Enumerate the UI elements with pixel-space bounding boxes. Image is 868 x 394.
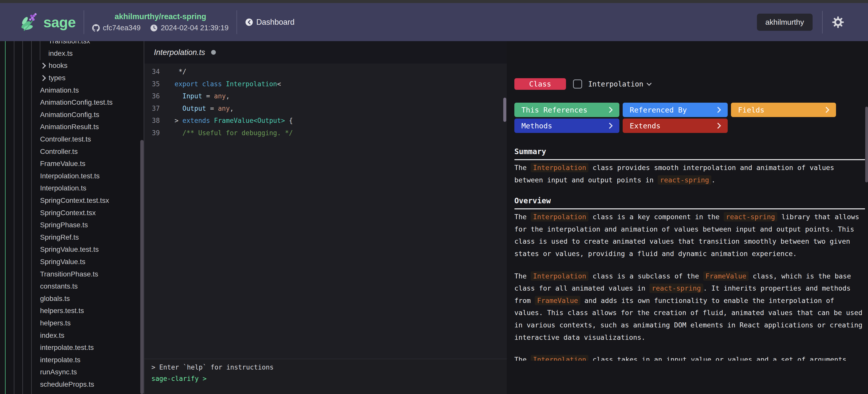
- section-divider: [514, 159, 865, 160]
- tree-item-label: FrameValue.ts: [40, 160, 85, 168]
- symbol-checkbox[interactable]: [573, 80, 582, 88]
- inline-code: Interpolation: [531, 272, 588, 281]
- doc-paragraph: The Interpolation class is a key compone…: [514, 211, 865, 260]
- sage-logo: sage: [20, 11, 75, 33]
- tree-file[interactable]: runAsync.ts: [0, 366, 144, 378]
- tree-file[interactable]: Interpolation.test.ts: [0, 170, 144, 182]
- tree-item-label: Controller.test.ts: [40, 135, 91, 143]
- tree-file[interactable]: TransitionPhase.ts: [0, 268, 144, 280]
- code-line: 34 */: [152, 65, 507, 78]
- tree-file[interactable]: AnimationResult.ts: [0, 121, 144, 133]
- tree-file[interactable]: SpringPhase.ts: [0, 219, 144, 231]
- tree-item-label: Transition.tsx: [49, 41, 90, 45]
- relation-button-label: Fields: [738, 106, 765, 114]
- app-header: sage akhilmurthy/react-spring cfc74ea349…: [0, 3, 868, 41]
- tree-folder[interactable]: types: [0, 72, 144, 84]
- relation-button-this-references[interactable]: This References: [514, 103, 619, 117]
- chevron-right-icon: [823, 107, 829, 113]
- inline-code: Interpolation: [531, 163, 588, 172]
- tree-file[interactable]: scheduleProps.ts: [0, 378, 144, 391]
- repo-name: akhilmurthy/react-spring: [115, 12, 206, 21]
- tree-item-label: hooks: [49, 61, 67, 69]
- repo-meta: cfc74ea349 2024-02-04 21:39:19: [92, 24, 228, 32]
- commit-timestamp: 2024-02-04 21:39:19: [161, 24, 228, 32]
- tree-folder[interactable]: hooks: [0, 59, 144, 72]
- tree-file[interactable]: Animation.ts: [0, 84, 144, 96]
- tree-item-label: interpolate.ts: [40, 356, 80, 364]
- inline-code: react-spring: [649, 283, 703, 293]
- tree-file[interactable]: Controller.ts: [0, 145, 144, 158]
- code-lines[interactable]: 34 */35export class Interpolation<36 Inp…: [144, 63, 507, 139]
- repo-block: akhilmurthy/react-spring cfc74ea349 2024…: [92, 12, 228, 32]
- tree-file[interactable]: Interpolation.ts: [0, 182, 144, 195]
- inline-code: react-spring: [724, 212, 777, 222]
- terminal-hint: > Enter `help` for instructions: [151, 362, 507, 373]
- tree-file[interactable]: SpringValue.test.ts: [0, 244, 144, 256]
- tree-item-label: SpringContext.test.tsx: [40, 197, 109, 204]
- user-button[interactable]: akhilmurthy: [757, 13, 813, 31]
- inline-code: Interpolation: [531, 355, 588, 361]
- relation-button-methods[interactable]: Methods: [514, 118, 619, 133]
- tree-item-label: TransitionPhase.ts: [40, 270, 98, 278]
- app-window: sage akhilmurthy/react-spring cfc74ea349…: [0, 0, 868, 394]
- inspector-scrollbar-thumb[interactable]: [865, 107, 868, 182]
- github-icon: [92, 24, 100, 32]
- chevron-right-icon: [715, 122, 721, 129]
- sidebar-scrollbar-thumb[interactable]: [140, 140, 144, 394]
- tree-item-label: interpolate.test.ts: [40, 343, 94, 351]
- inline-code: FrameValue: [703, 272, 749, 281]
- dashboard-link[interactable]: Dashboard: [245, 18, 294, 27]
- inline-code: Interpolation: [531, 212, 588, 222]
- tree-file[interactable]: index.ts: [0, 48, 144, 60]
- tree-file[interactable]: AnimationConfig.test.ts: [0, 96, 144, 109]
- line-number: 39: [152, 127, 167, 139]
- terminal-prompt[interactable]: sage-clarify >: [151, 373, 507, 385]
- tree-file[interactable]: SpringRef.ts: [0, 231, 144, 244]
- tree-item-label: types: [49, 74, 65, 82]
- code-line: 36 Input = any,: [152, 90, 507, 103]
- dashboard-label: Dashboard: [256, 18, 294, 27]
- tree-item-label: SpringRef.ts: [40, 233, 79, 242]
- tree-file[interactable]: AnimationConfig.ts: [0, 109, 144, 121]
- section-divider: [514, 208, 865, 209]
- code-line: 39 /** Useful for debugging. */: [152, 127, 507, 139]
- tree-file[interactable]: SpringContext.test.tsx: [0, 195, 144, 207]
- relation-button-fields[interactable]: Fields: [731, 103, 836, 117]
- tree-item-label: AnimationResult.ts: [40, 123, 99, 131]
- tab-interpolation-ts[interactable]: Interpolation.ts: [154, 48, 205, 57]
- tree-file[interactable]: SpringValue.ts: [0, 256, 144, 268]
- tree-file[interactable]: Transition.tsx: [0, 41, 144, 48]
- relation-button-extends[interactable]: Extends: [623, 118, 728, 133]
- tree-file[interactable]: interpolate.test.ts: [0, 341, 144, 354]
- tree-item-label: Animation.ts: [40, 86, 79, 94]
- code-line: 35export class Interpolation<: [152, 78, 507, 90]
- editor-tab-bar: Interpolation.ts: [144, 41, 507, 63]
- sage-plant-icon: [20, 11, 41, 33]
- chevron-right-icon: [40, 75, 46, 81]
- symbol-header-row: Class Interpolation: [514, 78, 865, 90]
- tree-file[interactable]: SpringContext.tsx: [0, 206, 144, 219]
- modified-dot-icon: [211, 50, 216, 55]
- commit-hash: cfc74ea349: [103, 24, 141, 32]
- doc-paragraph: The Interpolation class provides smooth …: [514, 162, 865, 186]
- symbol-name-dropdown[interactable]: Interpolation: [588, 80, 643, 88]
- tree-file[interactable]: FrameValue.ts: [0, 158, 144, 170]
- tree-file[interactable]: helpers.test.ts: [0, 305, 144, 317]
- tree-item-label: helpers.test.ts: [40, 307, 84, 315]
- tree-item-label: SpringPhase.ts: [40, 221, 88, 229]
- tree-file[interactable]: Controller.test.ts: [0, 133, 144, 145]
- chevron-right-icon: [40, 62, 46, 68]
- tree-file[interactable]: helpers.ts: [0, 317, 144, 330]
- tree-file[interactable]: constants.ts: [0, 280, 144, 292]
- tree-file[interactable]: interpolate.ts: [0, 354, 144, 366]
- section-heading: Overview: [514, 196, 865, 205]
- settings-button[interactable]: [832, 17, 844, 28]
- tree-item-label: Controller.ts: [40, 147, 78, 156]
- tree-file[interactable]: globals.ts: [0, 292, 144, 305]
- editor-scrollbar-thumb[interactable]: [503, 97, 506, 122]
- header-divider: [237, 10, 237, 34]
- sage-clarify-terminal[interactable]: > Enter `help` for instructions sage-cla…: [144, 359, 507, 394]
- tree-file[interactable]: index.ts: [0, 329, 144, 341]
- tree-item-label: SpringValue.ts: [40, 258, 85, 266]
- relation-button-referenced-by[interactable]: Referenced By: [623, 103, 728, 117]
